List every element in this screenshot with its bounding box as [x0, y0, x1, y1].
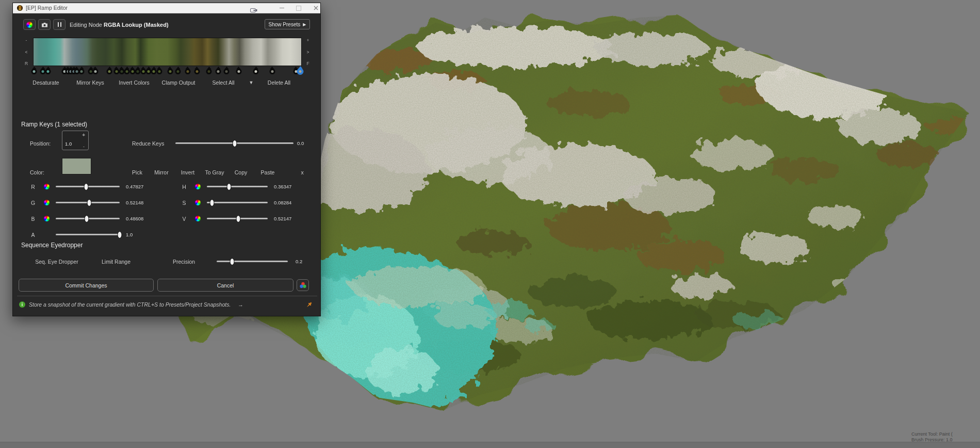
ramp-action-invert-colors[interactable]: Invert Colors: [119, 79, 150, 86]
ramp-key[interactable]: [124, 69, 130, 74]
ramp-key[interactable]: [216, 69, 221, 74]
color-wheel-button[interactable]: [23, 19, 36, 30]
rgb-triangle-button[interactable]: [297, 279, 309, 291]
seq-eyedropper-button[interactable]: Seq. Eye Dropper: [35, 259, 78, 265]
ramp-key[interactable]: [107, 69, 112, 74]
close-button[interactable]: [309, 3, 322, 13]
position-decrement-button[interactable]: -: [83, 143, 85, 149]
slider-value: 0.48608: [123, 216, 154, 221]
slider-thumb[interactable]: [236, 215, 241, 222]
color-action-pick[interactable]: Pick: [132, 169, 142, 175]
slider-thumb[interactable]: [85, 215, 89, 222]
slider-track[interactable]: [56, 218, 120, 219]
precision-slider[interactable]: [217, 261, 288, 262]
color-action-mirror[interactable]: Mirror: [154, 169, 168, 175]
slider-track[interactable]: [56, 234, 120, 235]
ramp-key[interactable]: [113, 69, 119, 74]
ramp-nav-label[interactable]: -: [26, 38, 27, 43]
ramp-key[interactable]: [269, 69, 275, 74]
ramp-nav-label[interactable]: +: [307, 38, 309, 43]
color-wheel-icon[interactable]: [195, 216, 201, 221]
color-wheel-icon[interactable]: [44, 216, 50, 221]
slider-thumb[interactable]: [209, 199, 214, 206]
color-wheel-icon[interactable]: [195, 200, 201, 205]
slider-thumb[interactable]: [84, 183, 89, 190]
ramp-nav-label[interactable]: R: [25, 61, 28, 66]
ramp-key[interactable]: [119, 69, 124, 74]
ramp-key[interactable]: [224, 69, 230, 74]
slider-track[interactable]: [56, 186, 120, 187]
ramp-key[interactable]: [253, 69, 259, 74]
position-increment-button[interactable]: +: [82, 132, 85, 138]
ramp-key[interactable]: [156, 69, 162, 74]
ramp-key[interactable]: [31, 69, 37, 74]
slider-thumb[interactable]: [118, 231, 122, 238]
ramp-key[interactable]: [194, 69, 200, 74]
ramp-key[interactable]: [185, 69, 190, 74]
limit-range-button[interactable]: Limit Range: [102, 259, 130, 265]
slider-value: 0.36347: [271, 184, 302, 189]
camera-icon: [41, 22, 48, 27]
ramp-nav-label[interactable]: >: [307, 50, 309, 55]
ramp-nav-label[interactable]: F: [306, 61, 309, 66]
ramp-key[interactable]: [45, 69, 51, 74]
ramp-key[interactable]: [236, 69, 241, 74]
slider-thumb[interactable]: [87, 199, 91, 206]
dialog-titlebar[interactable]: [EP] Ramp Editor: [13, 3, 320, 13]
show-presets-button[interactable]: Show Presets ▶: [265, 19, 310, 29]
ramp-key[interactable]: [135, 69, 141, 74]
snapshot-camera-icon[interactable]: [250, 6, 257, 15]
slider-row-r: R 0.47827: [29, 179, 154, 195]
commit-changes-button[interactable]: Commit Changes: [19, 279, 154, 292]
ramp-action-desaturate[interactable]: Desaturate: [32, 79, 59, 86]
ramp-nav-label[interactable]: <: [25, 50, 28, 55]
color-action-copy[interactable]: Copy: [235, 169, 248, 175]
position-spinner[interactable]: 1.0 + -: [62, 131, 89, 150]
color-action-invert[interactable]: Invert: [181, 169, 194, 175]
snapshot-button[interactable]: [38, 19, 51, 30]
ramp-key[interactable]: [92, 69, 98, 74]
color-action-to-gray[interactable]: To Gray: [205, 169, 224, 175]
color-wheel-icon[interactable]: [44, 184, 50, 189]
slider-row-v: V 0.52147: [180, 211, 302, 227]
color-action-x[interactable]: x: [301, 169, 303, 175]
slider-track[interactable]: [56, 202, 120, 203]
editing-node-label: Editing Node RGBA Lookup (Masked): [70, 22, 169, 28]
slider-track[interactable]: [207, 218, 268, 219]
ramp-key[interactable]: [151, 69, 157, 74]
ramp-key-selected[interactable]: [297, 68, 304, 75]
ramp-key[interactable]: [206, 69, 212, 74]
ramp-action-select-all[interactable]: Select All: [212, 79, 234, 86]
ramp-keys-row[interactable]: [33, 66, 302, 75]
color-wheel-icon[interactable]: [44, 200, 50, 205]
ramp-action-mirror-keys[interactable]: Mirror Keys: [76, 79, 104, 86]
arrow-right-icon: →: [238, 301, 243, 308]
ramp-key[interactable]: [140, 69, 146, 74]
cancel-button[interactable]: Cancel: [157, 279, 293, 292]
ramp-action-clamp-output[interactable]: Clamp Output: [162, 79, 195, 86]
slider-thumb[interactable]: [232, 140, 237, 147]
ramp-left-labels: -<R: [22, 38, 30, 66]
ramp-action-delete-all[interactable]: Delete All: [268, 79, 290, 86]
reduce-keys-slider[interactable]: [175, 142, 293, 144]
minimize-button[interactable]: [275, 3, 288, 13]
ramp-key[interactable]: [175, 69, 181, 74]
ramp-key[interactable]: [146, 69, 152, 74]
slider-track[interactable]: [207, 202, 268, 203]
color-action-paste[interactable]: Paste: [261, 169, 275, 175]
slider-value: 1.0: [123, 232, 154, 237]
pause-button[interactable]: [53, 19, 66, 30]
pin-icon[interactable]: [306, 301, 313, 310]
slider-thumb[interactable]: [230, 258, 235, 265]
ramp-key[interactable]: [167, 69, 173, 74]
color-wheel-icon[interactable]: [195, 184, 201, 189]
viewport-status-line1: Current Tool: Paint (: [911, 431, 953, 437]
ramp-key[interactable]: [129, 69, 135, 74]
slider-track[interactable]: [207, 186, 268, 187]
slider-thumb[interactable]: [226, 183, 231, 190]
maximize-button[interactable]: [292, 3, 305, 13]
position-value[interactable]: 1.0: [65, 141, 72, 147]
ramp-action-dropdown-arrow[interactable]: ▼: [249, 80, 254, 85]
gradient-bar[interactable]: [33, 38, 302, 66]
ramp-key[interactable]: [79, 69, 85, 74]
